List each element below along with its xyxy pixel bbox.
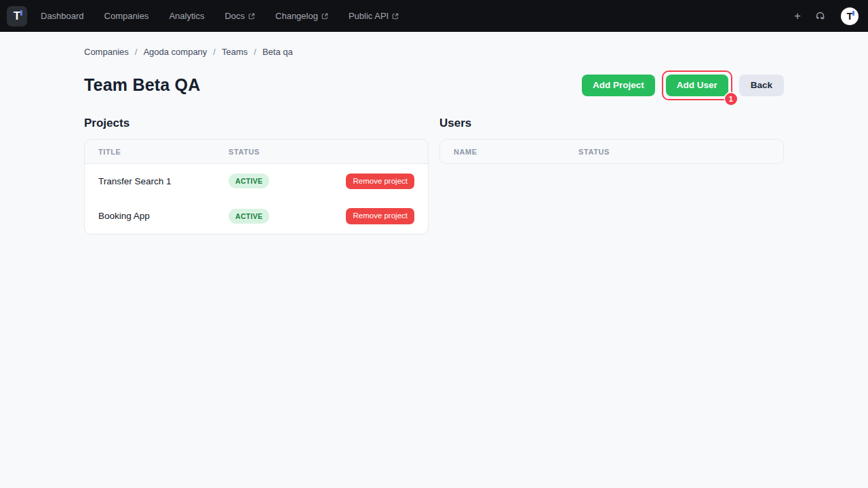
external-link-icon xyxy=(321,13,328,20)
support-headset-icon[interactable] xyxy=(814,10,826,22)
projects-table: TITLE STATUS Transfer Search 1 ACTIVE Re… xyxy=(84,139,429,235)
avatar-accent xyxy=(852,11,854,16)
projects-table-header: TITLE STATUS xyxy=(85,140,428,164)
main-nav: Dashboard Companies Analytics Docs Chang… xyxy=(41,11,399,21)
app-logo-letter: T xyxy=(14,10,20,22)
header-actions: Add Project Add User 1 Back xyxy=(582,70,784,100)
projects-heading: Projects xyxy=(84,117,429,130)
nav-label: Public API xyxy=(349,11,389,21)
column-header-actions xyxy=(347,148,414,156)
users-section: Users NAME STATUS xyxy=(439,117,784,164)
external-link-icon xyxy=(248,13,255,20)
status-badge: ACTIVE xyxy=(229,209,269,224)
external-link-icon xyxy=(392,13,399,20)
nav-item-docs[interactable]: Docs xyxy=(224,11,255,21)
nav-item-companies[interactable]: Companies xyxy=(104,11,149,21)
breadcrumb-companies[interactable]: Companies xyxy=(84,47,129,57)
plus-icon[interactable]: + xyxy=(794,10,801,22)
topbar-right-actions: + T xyxy=(794,6,860,26)
breadcrumb-separator: / xyxy=(213,47,216,57)
page-title: Team Beta QA xyxy=(84,75,200,95)
breadcrumb-separator: / xyxy=(254,47,256,57)
remove-project-button[interactable]: Remove project xyxy=(346,208,414,224)
account-avatar[interactable]: T xyxy=(840,6,860,26)
back-button[interactable]: Back xyxy=(739,75,784,96)
annotation-step-badge: 1 xyxy=(725,93,737,105)
project-title: Booking App xyxy=(98,211,229,221)
column-header-title: TITLE xyxy=(98,148,229,156)
users-table-header: NAME STATUS xyxy=(440,140,783,163)
nav-item-changelog[interactable]: Changelog xyxy=(275,11,328,21)
remove-project-button[interactable]: Remove project xyxy=(346,174,414,190)
status-badge: ACTIVE xyxy=(229,174,269,188)
column-header-name: NAME xyxy=(454,148,578,156)
tables-layout: Projects TITLE STATUS Transfer Search 1 … xyxy=(84,117,784,235)
app-logo[interactable]: T xyxy=(7,6,27,26)
table-row: Transfer Search 1 ACTIVE Remove project xyxy=(85,164,428,199)
column-header-status: STATUS xyxy=(229,148,347,156)
users-heading: Users xyxy=(439,117,784,130)
breadcrumb-separator: / xyxy=(135,47,138,57)
page-header: Team Beta QA Add Project Add User 1 Back xyxy=(84,70,784,100)
project-title: Transfer Search 1 xyxy=(98,176,229,186)
breadcrumb-beta-qa[interactable]: Beta qa xyxy=(262,47,293,57)
page-content: Companies / Agoda company / Teams / Beta… xyxy=(84,32,784,235)
nav-label: Changelog xyxy=(275,11,318,21)
breadcrumb-agoda-company[interactable]: Agoda company xyxy=(143,47,207,57)
nav-label: Companies xyxy=(104,11,149,21)
nav-item-dashboard[interactable]: Dashboard xyxy=(41,11,84,21)
nav-label: Dashboard xyxy=(41,11,84,21)
users-table: NAME STATUS xyxy=(439,139,784,164)
breadcrumb-teams[interactable]: Teams xyxy=(222,47,248,57)
add-project-button[interactable]: Add Project xyxy=(582,75,655,96)
nav-item-public-api[interactable]: Public API xyxy=(349,11,399,21)
nav-label: Docs xyxy=(224,11,245,21)
app-logo-accent xyxy=(20,10,22,16)
projects-section: Projects TITLE STATUS Transfer Search 1 … xyxy=(84,117,429,235)
column-header-status: STATUS xyxy=(578,148,770,156)
nav-item-analytics[interactable]: Analytics xyxy=(169,11,204,21)
breadcrumb: Companies / Agoda company / Teams / Beta… xyxy=(84,47,784,57)
add-user-button[interactable]: Add User xyxy=(666,75,728,96)
table-row: Booking App ACTIVE Remove project xyxy=(85,199,428,234)
annotation-highlight-box: Add User 1 xyxy=(662,70,732,100)
nav-label: Analytics xyxy=(169,11,204,21)
top-navigation-bar: T Dashboard Companies Analytics Docs Cha… xyxy=(0,0,868,32)
